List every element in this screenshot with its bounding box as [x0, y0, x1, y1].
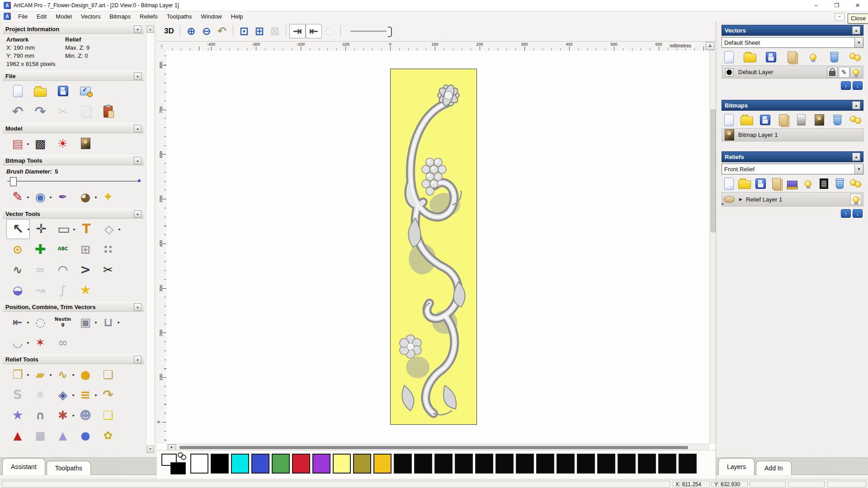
minimize-button[interactable]: – [806, 0, 826, 11]
dropdown-arrow-icon[interactable]: ▼ [854, 38, 863, 47]
flood-fill-icon[interactable]: ◉▸ [29, 188, 52, 206]
vector-texture-icon[interactable]: ✶ [29, 333, 52, 352]
shape-editor-icon[interactable]: ❐▸ [6, 365, 29, 384]
transform-vectors-icon[interactable]: ✛ [30, 220, 52, 239]
add-image-icon[interactable] [812, 113, 826, 127]
save-vector-layer-icon[interactable] [764, 50, 778, 64]
zoom-fit-icon[interactable]: ⊞ [252, 24, 267, 38]
expand-layer-icon[interactable]: ▶ [739, 197, 742, 202]
arc-tool-icon[interactable]: ◠ [52, 260, 74, 279]
palette-swatch-13[interactable] [455, 454, 473, 474]
create-polyline-icon[interactable]: ∿ [6, 260, 29, 279]
layer-visibility-icon[interactable] [850, 67, 861, 78]
text-tool-icon[interactable]: T [75, 220, 98, 239]
menu-item[interactable]: Toolpaths [162, 11, 197, 21]
extrude-relief-icon[interactable]: ▲ [52, 426, 74, 445]
mdi-minimize-button[interactable]: - [835, 13, 844, 21]
primary-secondary-colours[interactable] [161, 454, 187, 476]
palette-swatch-20[interactable] [597, 454, 615, 474]
3d-view-button[interactable]: 3D [161, 26, 177, 37]
palette-swatch-4[interactable] [272, 454, 290, 474]
zoom-out-icon[interactable]: ⊖ [199, 24, 214, 38]
weave-wizard-icon[interactable]: ✳ [29, 385, 52, 404]
trim-vectors-icon[interactable]: ✂ [97, 260, 119, 279]
block-paste-icon[interactable]: ∷ [97, 240, 119, 259]
panel-tab[interactable]: Add In [756, 461, 791, 475]
layer-colour-swatch[interactable] [724, 67, 735, 78]
scroll-up-button[interactable]: ▲ [147, 26, 154, 33]
move-layer-down-button[interactable]: ↓ [853, 81, 863, 90]
toggle-bitmap-view-icon[interactable]: ⇤ [306, 24, 322, 38]
palette-swatch-10[interactable] [394, 454, 412, 474]
palette-swatch-14[interactable] [475, 454, 493, 474]
palette-swatch-12[interactable] [434, 454, 453, 474]
slider-handle[interactable] [10, 177, 17, 186]
invert-model-icon[interactable]: ▩ [29, 134, 52, 153]
greyscale-icon[interactable] [794, 113, 808, 127]
paint-icon[interactable]: ✎▸ [6, 188, 29, 206]
abc-text-panel-icon[interactable]: ABC [52, 240, 74, 259]
save-bitmap-layer-icon[interactable] [758, 113, 772, 127]
vertical-scrollbar-thumb[interactable] [711, 109, 716, 232]
panel-tab[interactable]: Layers [718, 458, 755, 475]
new-bitmap-layer-icon[interactable] [722, 113, 736, 127]
merge-relief-layers-icon[interactable] [769, 177, 783, 190]
palette-swatch-0[interactable] [190, 454, 208, 474]
close-button[interactable]: ✕ [847, 0, 868, 11]
move-layer-down-button[interactable]: ↓ [853, 209, 863, 218]
bitmap-layer-row[interactable]: Bitmap Layer 1 [722, 128, 863, 141]
vector-layer-row[interactable]: Default Layer ✎ [722, 66, 863, 79]
horizontal-scrollbar-thumb[interactable] [179, 446, 688, 449]
collapse-button[interactable]: ▲ [134, 25, 142, 33]
palette-swatch-16[interactable] [516, 454, 534, 474]
toggle-vectors-view-icon[interactable]: ⇥ [289, 24, 306, 38]
menu-item[interactable]: Window [197, 11, 226, 21]
measure-icon[interactable]: ⊙ [6, 240, 29, 259]
collapse-button[interactable]: ▲ [852, 153, 860, 161]
relief-layers-icon[interactable]: ≡▸ [74, 385, 97, 404]
move-layer-up-button[interactable]: ↑ [841, 209, 851, 218]
smooth-relief-icon[interactable]: ∿▸ [52, 365, 74, 384]
scroll-down-button[interactable]: ▼ [147, 446, 154, 453]
palette-swatch-18[interactable] [557, 454, 575, 474]
angled-plane-icon[interactable]: ▲ [6, 426, 29, 445]
interlock-vectors-icon[interactable]: ∞ [52, 333, 74, 352]
select-vectors-icon[interactable]: ↖▸ [6, 219, 30, 239]
zoom-previous-icon[interactable]: ↶ [214, 24, 230, 38]
palette-swatch-24[interactable] [679, 454, 697, 474]
collapse-button[interactable]: ▲ [134, 356, 142, 363]
save-model-icon[interactable] [52, 82, 74, 101]
collapse-button[interactable]: ▲ [134, 125, 142, 132]
load-bitmap-icon[interactable] [74, 134, 97, 153]
open-relief-layer-icon[interactable] [737, 177, 752, 190]
fillet-tool-icon[interactable]: > [74, 260, 97, 279]
palette-swatch-15[interactable] [495, 454, 514, 474]
join-vectors-icon[interactable]: ◡▸ [6, 333, 29, 352]
secondary-colour-swatch[interactable] [170, 462, 186, 474]
brush-diameter-slider[interactable] [7, 177, 138, 186]
dropdown-arrow-icon[interactable]: ▼ [854, 164, 863, 174]
lighting-material-icon[interactable]: ☀ [52, 134, 74, 153]
drawing-viewport[interactable] [166, 51, 709, 444]
greyscale-preview-icon[interactable] [816, 177, 831, 190]
paste-icon[interactable] [97, 102, 119, 121]
palette-swatch-17[interactable] [536, 454, 554, 474]
palette-icon[interactable]: ◕▸ [74, 188, 97, 206]
menu-item[interactable]: Vectors [76, 11, 105, 21]
vector-sheet-select[interactable]: Default Sheet ▼ [722, 37, 863, 48]
weld-vectors-icon[interactable]: ⊔▸ [97, 313, 119, 332]
bridge-relief-icon[interactable]: ∩ [29, 406, 52, 425]
relief-clipart-icon[interactable]: ◈▸ [52, 385, 74, 404]
rectangle-tool-icon[interactable]: ▭▸ [52, 220, 75, 239]
palette-swatch-6[interactable] [312, 454, 330, 474]
palette-swatch-22[interactable] [638, 454, 656, 474]
new-vector-layer-icon[interactable] [722, 50, 736, 64]
flyout-arrow-icon[interactable]: ▸ [118, 320, 120, 324]
palette-swatch-2[interactable] [231, 454, 249, 474]
wrap-relief-icon[interactable]: ↷ [97, 385, 119, 404]
lock-layer-icon[interactable] [827, 67, 838, 78]
zoom-in-icon[interactable]: ⊕ [184, 24, 199, 38]
save-relief-layer-icon[interactable] [753, 177, 768, 190]
envelope-tool-icon[interactable]: ◇▸ [98, 220, 120, 239]
toggle-all-visibility-icon[interactable] [848, 113, 863, 127]
